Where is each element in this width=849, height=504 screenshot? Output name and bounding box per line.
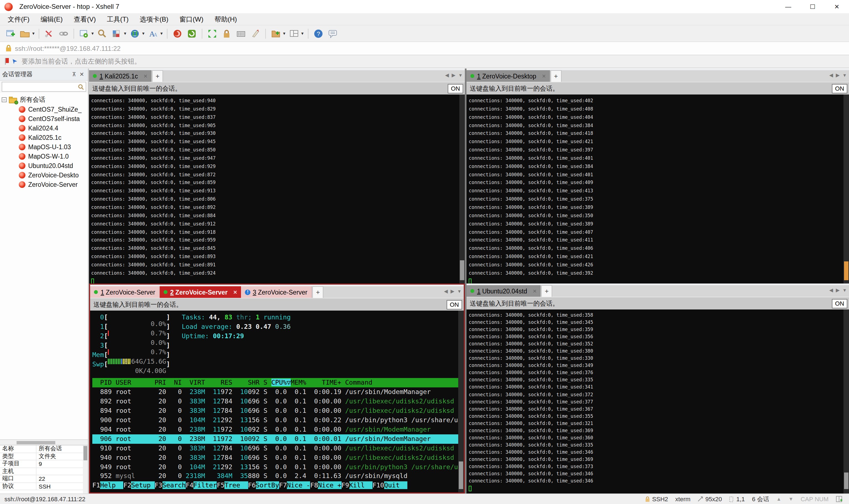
tree-item-Kali2024.4[interactable]: Kali2024.4 (0, 123, 88, 133)
compose-pen-icon[interactable] (250, 28, 260, 39)
terminal-scrollbar[interactable] (844, 94, 849, 284)
disconnect-icon[interactable] (44, 28, 55, 39)
tab-close-icon[interactable]: ✕ (532, 288, 537, 294)
menu-item-5[interactable]: 窗口(W) (174, 13, 209, 25)
session-tab-1[interactable]: 1ZeroVoice-Desktop✕ (467, 70, 550, 82)
menu-item-2[interactable]: 查看(V) (68, 13, 102, 25)
fullscreen-icon[interactable] (206, 28, 217, 39)
minimize-button[interactable]: — (776, 0, 800, 13)
tree-item-Ubuntu20.04std[interactable]: Ubuntu20.04std (0, 161, 88, 170)
terminal-scrollbar[interactable] (459, 94, 465, 284)
terminal-top_right[interactable]: connections: 340000, sockfd:0, time_used… (467, 94, 849, 284)
terminal-htop[interactable]: 0[0.0%] 1[0.7%] 2[0.0%] 3[0.7%]Mem[3.64G… (90, 310, 464, 492)
tree-item-CentOS7self-insta[interactable]: CentOS7self-insta (0, 114, 88, 123)
scrollbar-thumb[interactable] (844, 262, 848, 280)
virtual-keyboard-icon[interactable] (235, 28, 246, 39)
scrollbar-thumb[interactable] (459, 462, 463, 489)
reconnect-icon[interactable] (58, 28, 69, 39)
tree-item-CentOS7_ShuiZe_[interactable]: CentOS7_ShuiZe_ (0, 105, 88, 114)
fkey-F3[interactable]: F3Search (155, 481, 186, 490)
fkey-F6[interactable]: F6SortBy (248, 481, 279, 490)
scrollbar-thumb[interactable] (844, 472, 848, 489)
new-tab-button[interactable]: + (541, 285, 552, 297)
layout-icon[interactable] (288, 28, 299, 39)
session-tab-1[interactable]: 1Ubuntu20.04std✕ (467, 285, 541, 297)
fkey-F2[interactable]: F2Setup (124, 481, 155, 490)
properties-scrollbar[interactable] (83, 446, 88, 493)
dropdown-caret-icon[interactable]: ▼ (282, 32, 286, 35)
find-icon[interactable] (97, 28, 108, 39)
new-tab-button[interactable]: + (550, 70, 562, 82)
keyboard-input-on-button[interactable]: ON (832, 299, 847, 308)
fkey-F9[interactable]: F9Kill (341, 481, 373, 490)
keyboard-input-on-button[interactable]: ON (832, 84, 847, 93)
tree-item-ZeroVoice-Server[interactable]: ZeroVoice-Server (0, 180, 88, 189)
font-icon[interactable]: AA (148, 28, 159, 39)
xagent-icon[interactable] (186, 28, 197, 39)
tree-item-MapOS-W-1.0[interactable]: MapOS-W-1.0 (0, 151, 88, 161)
dropdown-caret-icon[interactable]: ▼ (91, 32, 94, 35)
keyboard-input-on-button[interactable]: ON (447, 300, 462, 309)
terminal-bottom_right[interactable]: connections: 340000, sockfd:0, time_used… (467, 309, 849, 493)
menu-item-4[interactable]: 选项卡(B) (134, 13, 174, 25)
tab-close-icon[interactable]: ✕ (143, 73, 148, 79)
new-tab-button[interactable]: + (152, 70, 163, 82)
close-button[interactable]: ✕ (825, 0, 849, 13)
sidebar-splitter[interactable] (0, 439, 88, 445)
scroll-up-icon[interactable]: ▲ (776, 496, 781, 502)
fkey-F5[interactable]: F5Tree (217, 481, 248, 490)
session-tab-1[interactable]: 1Kali2025.1c✕ (89, 70, 151, 82)
tree-item-Kali2025.1c[interactable]: Kali2025.1c (0, 133, 88, 142)
keyboard-input-on-button[interactable]: ON (448, 84, 463, 93)
menu-item-0[interactable]: 文件(F) (2, 13, 35, 25)
fkey-F4[interactable]: F4Filter (186, 481, 217, 490)
feedback-icon[interactable] (327, 28, 338, 39)
address-bar[interactable]: ssh://root:******@192.168.47.111:22 (0, 42, 849, 55)
dropdown-caret-icon[interactable]: ▼ (142, 32, 145, 35)
split-view-icon[interactable] (836, 496, 842, 502)
dropdown-caret-icon[interactable]: ▼ (160, 32, 164, 35)
help-icon[interactable]: ? (312, 28, 324, 39)
menu-item-3[interactable]: 工具(T) (102, 13, 134, 25)
new-tab-button[interactable]: + (312, 286, 323, 298)
session-tab-1[interactable]: 1ZeroVoice-Server (90, 286, 160, 298)
tab-scroll-controls[interactable]: ◀▶▼ (829, 284, 847, 297)
scroll-down-icon[interactable]: ▼ (789, 496, 793, 502)
tab-scroll-controls[interactable]: ◀▶▼ (444, 285, 462, 298)
session-search[interactable] (0, 81, 88, 93)
tab-close-icon[interactable]: ✕ (542, 73, 546, 79)
terminal-top_left[interactable]: connections: 340000, sockfd:0, time_used… (89, 94, 465, 284)
process-row-906[interactable]: 906 root 20 0 238M 11972 10092 S 0.0 0.1… (92, 434, 464, 444)
tree-root-all-sessions[interactable]: –所有会话 (0, 95, 88, 105)
fkey-F7[interactable]: F7Nice - (279, 481, 310, 490)
menu-item-1[interactable]: 编辑(E) (35, 13, 68, 25)
scrollbar-thumb[interactable] (460, 260, 464, 280)
fkey-F8[interactable]: F8Nice + (310, 481, 341, 490)
tree-item-ZeroVoice-Deskto[interactable]: ZeroVoice-Deskto (0, 170, 88, 180)
terminal-scrollbar[interactable] (844, 309, 849, 493)
dropdown-caret-icon[interactable]: ▼ (301, 32, 304, 35)
new-file-icon[interactable] (270, 28, 281, 39)
lock-screen-icon[interactable] (221, 28, 232, 39)
color-scheme-icon[interactable] (111, 28, 122, 39)
fkey-F1[interactable]: F1Help (92, 481, 124, 490)
open-folder-icon[interactable] (19, 28, 31, 39)
dropdown-caret-icon[interactable]: ▼ (123, 32, 127, 35)
dropdown-caret-icon[interactable]: ▼ (32, 32, 35, 35)
session-tab-3[interactable]: !3ZeroVoice-Server (241, 286, 312, 298)
arrow-icon[interactable] (12, 58, 18, 65)
web-browser-icon[interactable] (129, 28, 140, 39)
tab-close-icon[interactable]: ✕ (233, 289, 237, 295)
xshell-logo-icon[interactable] (171, 28, 183, 39)
tab-scroll-controls[interactable]: ◀▶▼ (829, 69, 847, 82)
tab-scroll-controls[interactable]: ◀▶▼ (445, 69, 463, 82)
terminal-scrollbar[interactable] (458, 310, 464, 492)
fkey-F10[interactable]: F10Quit (373, 481, 408, 490)
pin-icon[interactable]: ⊼ (70, 71, 78, 77)
panel-close-icon[interactable]: ✕ (78, 71, 86, 77)
tree-item-MapOS-U-1.03[interactable]: MapOS-U-1.03 (0, 142, 88, 151)
session-properties-icon[interactable] (78, 28, 90, 39)
session-tab-2[interactable]: 2ZeroVoice-Server✕ (160, 286, 241, 298)
new-session-icon[interactable] (5, 28, 16, 39)
menu-item-6[interactable]: 帮助(H) (209, 13, 242, 25)
